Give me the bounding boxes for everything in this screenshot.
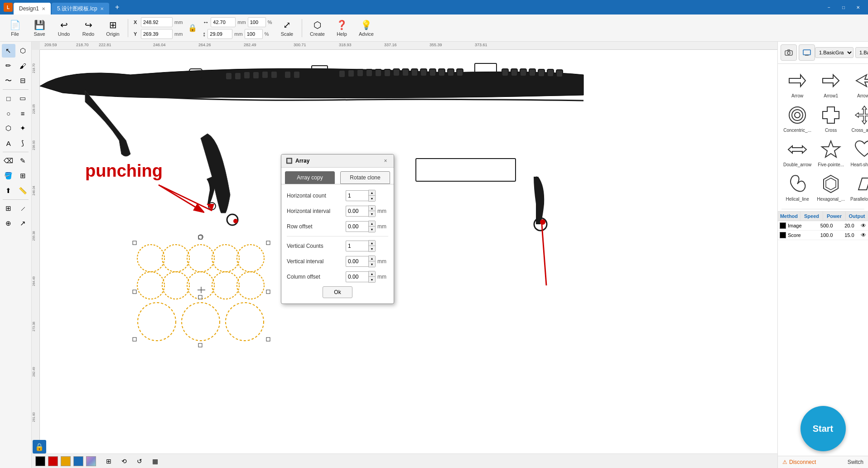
shape-item-parallelogram[interactable]: Parallelogram bbox=[849, 171, 868, 203]
grid-bottom-tool[interactable]: ▦ bbox=[149, 455, 161, 468]
width-input[interactable] bbox=[211, 17, 236, 27]
curve-tool[interactable]: 〜 bbox=[2, 74, 15, 87]
star-tool[interactable]: ✦ bbox=[16, 121, 30, 135]
close-button[interactable]: ✕ bbox=[852, 3, 864, 12]
vertical-counts-input[interactable] bbox=[346, 241, 368, 251]
fill-tool[interactable]: 🪣 bbox=[2, 169, 15, 183]
combine-tool[interactable]: ⊞ bbox=[102, 455, 115, 468]
ellipse-tool[interactable]: ○ bbox=[2, 106, 15, 120]
column-offset-input[interactable] bbox=[346, 271, 368, 282]
shape-item-helical[interactable]: Helical_line bbox=[781, 171, 813, 203]
layer-row-image[interactable]: Image 500.0 20.0 👁 bbox=[778, 221, 868, 231]
node-tool[interactable]: ⬡ bbox=[16, 44, 30, 58]
v-interval-down[interactable]: ▼ bbox=[369, 261, 375, 267]
height-input[interactable] bbox=[207, 29, 232, 39]
screen-button[interactable] bbox=[799, 44, 815, 61]
tab-template[interactable]: 5.设计图模板.lcp ✕ bbox=[52, 3, 109, 14]
disconnect-button[interactable]: ⚠ Disconnect bbox=[782, 459, 816, 465]
align-tool[interactable]: ⊟ bbox=[16, 74, 30, 87]
shape-item-hexagonal[interactable]: Hexagonal_... bbox=[815, 171, 847, 203]
v-interval-up[interactable]: ▲ bbox=[369, 256, 375, 261]
bezier-tool[interactable]: ⟆ bbox=[16, 136, 30, 150]
redo-button[interactable]: ↪ Redo bbox=[77, 16, 100, 40]
transform-tool[interactable]: ↗ bbox=[16, 217, 30, 230]
table-tool[interactable]: ⊞ bbox=[2, 202, 15, 215]
horizontal-count-input[interactable] bbox=[346, 190, 368, 201]
eraser-tool[interactable]: ⌫ bbox=[2, 154, 15, 168]
horizontal-count-up[interactable]: ▲ bbox=[369, 190, 375, 196]
shape-item-arrow2[interactable]: Arrow2 bbox=[849, 68, 868, 100]
rect-tool[interactable]: □ bbox=[2, 92, 15, 105]
camera-button[interactable] bbox=[781, 44, 797, 61]
measure-tool[interactable]: 📏 bbox=[16, 184, 30, 198]
h-interval-down[interactable]: ▼ bbox=[369, 211, 375, 217]
vertical-interval-input[interactable] bbox=[346, 256, 368, 267]
text-tool[interactable]: A bbox=[2, 136, 15, 150]
col-offset-up[interactable]: ▲ bbox=[369, 271, 375, 277]
color-black[interactable] bbox=[35, 456, 45, 466]
align-bottom-tool[interactable]: ⟲ bbox=[118, 455, 130, 468]
tab-design1[interactable]: Design1 ✕ bbox=[14, 3, 51, 14]
tab-close-template[interactable]: ✕ bbox=[100, 6, 104, 11]
import-tool[interactable]: ⬆ bbox=[2, 184, 15, 198]
rotate-clone-tab[interactable]: Rotate clone bbox=[340, 171, 390, 184]
y-input[interactable] bbox=[141, 29, 173, 39]
width-pct-input[interactable] bbox=[248, 17, 266, 27]
row-offset-input[interactable] bbox=[346, 221, 368, 232]
boolean-tool[interactable]: ⊕ bbox=[2, 217, 15, 230]
horizontal-interval-input[interactable] bbox=[346, 206, 368, 217]
x-input[interactable] bbox=[141, 17, 173, 27]
shape-item-arrow[interactable]: Arrow bbox=[781, 68, 813, 100]
dialog-close-button[interactable]: × bbox=[382, 157, 389, 164]
scale-button[interactable]: ⤢ Scale bbox=[275, 16, 298, 40]
create-button[interactable]: ⬡ Create bbox=[306, 16, 328, 40]
path-tool[interactable]: ⟋ bbox=[16, 202, 30, 215]
layer-visibility-score[interactable]: 👁 bbox=[861, 232, 866, 238]
array-copy-tab[interactable]: Array copy bbox=[285, 171, 335, 184]
undo-button[interactable]: ↩ Undo bbox=[53, 16, 75, 40]
shape-item-cross-arrow[interactable]: Cross_arrow bbox=[849, 102, 868, 135]
canvas-area[interactable]: 209.59 218.70 222.81 246.04 264.26 282.4… bbox=[32, 42, 777, 468]
tab-close-design1[interactable]: ✕ bbox=[42, 6, 45, 11]
origin-button[interactable]: ⊞ Origin bbox=[101, 16, 124, 40]
advice-button[interactable]: 💡 Advice bbox=[355, 16, 377, 40]
lock-icon[interactable]: 🔒 bbox=[188, 24, 197, 32]
shape-item-concentric[interactable]: Concentric_... bbox=[781, 102, 813, 135]
shape-item-five-pointed[interactable]: Five-pointe... bbox=[815, 136, 847, 169]
brush-tool[interactable]: 🖌 bbox=[16, 59, 30, 72]
h-interval-up[interactable]: ▲ bbox=[369, 206, 375, 211]
layer-row-score[interactable]: Score 100.0 15.0 👁 bbox=[778, 231, 868, 240]
polygon-tool[interactable]: ⬡ bbox=[2, 121, 15, 135]
horizontal-count-down[interactable]: ▼ bbox=[369, 196, 375, 201]
rect2-tool[interactable]: ▭ bbox=[16, 92, 30, 105]
help-button[interactable]: ❓ Help bbox=[330, 16, 353, 40]
rotate-bottom-tool[interactable]: ↺ bbox=[133, 455, 146, 468]
canvas-lock-icon[interactable]: 🔒 bbox=[33, 440, 46, 454]
minimize-button[interactable]: − bbox=[823, 3, 835, 12]
shape-item-heart[interactable]: Heart-shaped bbox=[849, 136, 868, 169]
layer-visibility-image[interactable]: 👁 bbox=[861, 222, 866, 229]
select-tool[interactable]: ↖ bbox=[2, 44, 15, 58]
save-button[interactable]: 💾 Save bbox=[28, 16, 51, 40]
new-tab-button[interactable]: + bbox=[112, 2, 123, 13]
shape-item-double-arrow[interactable]: Double_arrow bbox=[781, 136, 813, 169]
maximize-button[interactable]: □ bbox=[837, 3, 850, 12]
v-counts-up[interactable]: ▲ bbox=[369, 241, 375, 246]
color-orange[interactable] bbox=[61, 456, 71, 466]
row-offset-up[interactable]: ▲ bbox=[369, 221, 375, 227]
row-offset-down[interactable]: ▼ bbox=[369, 227, 375, 232]
color-gradient[interactable] bbox=[86, 456, 96, 466]
file-button[interactable]: 📄 File bbox=[4, 16, 26, 40]
pen-tool[interactable]: ✏ bbox=[2, 59, 15, 72]
canvas[interactable]: punching bbox=[40, 50, 777, 468]
color-red[interactable] bbox=[48, 456, 58, 466]
col-offset-down[interactable]: ▼ bbox=[369, 277, 375, 282]
color-blue[interactable] bbox=[73, 456, 83, 466]
shape-item-arrow1[interactable]: Arrow1 bbox=[815, 68, 847, 100]
rows-tool[interactable]: ≡ bbox=[16, 106, 30, 120]
start-button[interactable]: Start bbox=[800, 406, 846, 451]
ok-button[interactable]: Ok bbox=[323, 286, 352, 298]
category-dropdown[interactable]: 1.BasicGra bbox=[815, 47, 854, 58]
shape-item-cross[interactable]: Cross bbox=[815, 102, 847, 135]
grid-tool[interactable]: ⊞ bbox=[16, 169, 30, 183]
